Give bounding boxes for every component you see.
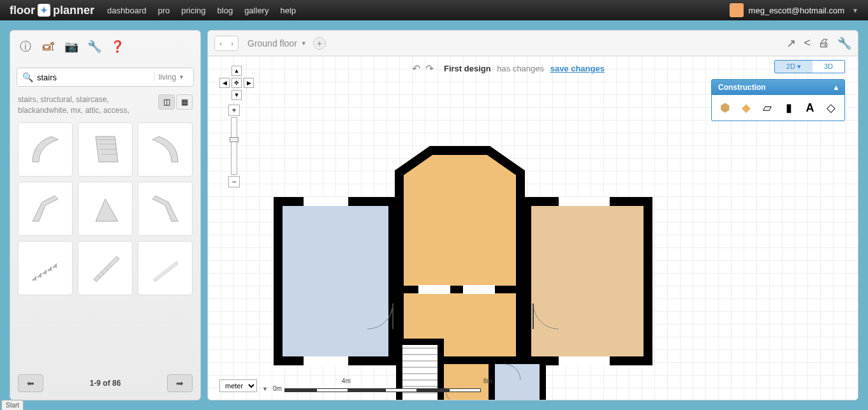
zoom-out-button[interactable]: − (228, 176, 240, 187)
user-menu[interactable]: meg_escott@hotmail.com ▼ (730, 3, 858, 17)
room-tool[interactable]: ⬢ (716, 99, 734, 117)
view-2d-button[interactable]: 2D ▾ (775, 61, 813, 73)
search-input[interactable] (37, 73, 152, 82)
search-box: 🔍 living ▼ (17, 68, 194, 87)
pager-next-button[interactable]: ➡ (167, 374, 193, 392)
svg-rect-20 (463, 285, 495, 294)
nav-gallery[interactable]: gallery (244, 6, 268, 15)
pan-left-button[interactable]: ◀ (219, 78, 230, 88)
wall-tool[interactable]: ▱ (758, 99, 776, 117)
stair-item-2[interactable] (78, 122, 133, 177)
changes-text: has changes (497, 64, 544, 73)
user-email: meg_escott@hotmail.com (749, 6, 844, 15)
view-toggle: 2D ▾ 3D (774, 60, 845, 73)
view-grid-button[interactable]: ▦ (176, 94, 193, 110)
view-3d-button[interactable]: ◫ (158, 94, 175, 110)
stair-item-5[interactable] (78, 182, 133, 236)
zoom-in-button[interactable]: + (228, 105, 240, 116)
items-grid (10, 122, 200, 367)
nav-blog[interactable]: blog (217, 6, 233, 15)
text-tool[interactable]: A (801, 99, 819, 117)
door-tool[interactable]: ▮ (780, 99, 798, 117)
nav-help[interactable]: help (280, 6, 296, 15)
furniture-icon[interactable]: 🛋 (40, 38, 57, 55)
pan-right-button[interactable]: ▶ (244, 78, 254, 88)
svg-rect-19 (418, 285, 450, 294)
search-filter[interactable]: living ▼ (154, 73, 188, 82)
logo-text-right: planner (53, 4, 94, 17)
svg-marker-1 (399, 150, 520, 361)
stair-item-8[interactable] (78, 241, 133, 295)
pan-control: ▲ ▼ ◀ ▶ ✥ (219, 66, 254, 100)
settings-icon[interactable]: 🔧 (837, 36, 851, 50)
logo-icon: ✦ (38, 4, 50, 17)
svg-rect-17 (304, 197, 348, 206)
construction-panel: Construction ▴ ⬢ ◆ ▱ ▮ A ◇ (711, 79, 845, 121)
stair-item-4[interactable] (18, 182, 73, 236)
logo-text-left: floor (10, 4, 35, 17)
svg-rect-13 (492, 361, 543, 400)
pan-up-button[interactable]: ▲ (232, 66, 242, 76)
sidebar: ⓘ 🛋 📷 🔧 ❓ 🔍 living ▼ stairs, structural,… (10, 30, 201, 400)
design-name: First design (444, 64, 491, 73)
canvas-area: ‹ › Ground floor ▼ + ↗ < 🖨 🔧 ↶ ↷ First (207, 30, 858, 400)
next-floor-button[interactable]: › (226, 36, 238, 50)
print-icon[interactable]: 🖨 (818, 36, 830, 50)
construction-header[interactable]: Construction ▴ (712, 80, 844, 95)
avatar (730, 3, 744, 17)
chevron-down-icon: ▼ (179, 74, 184, 80)
stair-item-3[interactable] (138, 122, 193, 177)
canvas-toolbar: ‹ › Ground floor ▼ + ↗ < 🖨 🔧 (208, 31, 858, 56)
camera-icon[interactable]: 📷 (63, 38, 80, 55)
pager: ⬅ 1-9 of 86 ➡ (10, 367, 200, 400)
stair-item-1[interactable] (18, 122, 73, 177)
add-floor-button[interactable]: + (313, 37, 326, 50)
view-3d-button[interactable]: 3D (813, 61, 844, 73)
tools-icon[interactable]: 🔧 (85, 38, 103, 55)
redo-icon[interactable]: ↷ (425, 62, 434, 75)
app-header: floor ✦ planner dashboard pro pricing bl… (0, 0, 868, 20)
svg-rect-2 (527, 201, 648, 361)
chevron-down-icon: ▼ (262, 386, 268, 392)
pager-text: 1-9 of 86 (90, 379, 121, 388)
nav-pricing[interactable]: pricing (181, 6, 205, 15)
zoom-slider[interactable] (231, 117, 237, 175)
stair-item-6[interactable] (138, 182, 193, 236)
search-tags: stairs, structural, staircase, blackandw… (18, 94, 158, 116)
unit-select[interactable]: meter (219, 379, 257, 392)
scale-bar: meter ▼ 0m 4m 8m (219, 379, 495, 392)
floor-plan[interactable] (265, 112, 661, 400)
undo-icon[interactable]: ↶ (412, 62, 420, 75)
floor-tool[interactable]: ◆ (737, 99, 755, 117)
svg-rect-21 (559, 197, 610, 206)
pan-center-button[interactable]: ✥ (232, 78, 242, 88)
chevron-down-icon: ▼ (301, 40, 307, 47)
search-icon: 🔍 (22, 72, 33, 82)
start-tab[interactable]: Start (1, 400, 24, 410)
design-status: First design has changes save changes (444, 64, 605, 73)
canvas[interactable]: ↶ ↷ First design has changes save change… (208, 56, 858, 400)
nav-pro[interactable]: pro (158, 6, 170, 15)
svg-rect-0 (278, 201, 393, 361)
prev-floor-button[interactable]: ‹ (215, 36, 226, 50)
nav-dashboard[interactable]: dashboard (107, 6, 146, 15)
save-changes-link[interactable]: save changes (550, 64, 605, 73)
chevron-down-icon: ▼ (852, 7, 858, 14)
share-icon[interactable]: < (804, 36, 811, 50)
export-icon[interactable]: ↗ (786, 36, 796, 50)
surface-tool[interactable]: ◇ (822, 99, 840, 117)
svg-rect-18 (304, 356, 348, 365)
logo[interactable]: floor ✦ planner (10, 4, 94, 17)
info-icon[interactable]: ⓘ (17, 38, 34, 55)
pan-down-button[interactable]: ▼ (232, 90, 242, 100)
sidebar-toolbar: ⓘ 🛋 📷 🔧 ❓ (10, 31, 200, 62)
zoom-control: + − (228, 105, 240, 189)
collapse-icon: ▴ (834, 83, 838, 92)
pager-prev-button[interactable]: ⬅ (18, 374, 43, 392)
floor-selector[interactable]: Ground floor ▼ (247, 38, 307, 48)
nav-links: dashboard pro pricing blog gallery help (107, 6, 296, 15)
stair-item-9[interactable] (138, 241, 193, 295)
svg-rect-22 (559, 356, 610, 365)
stair-item-7[interactable] (18, 241, 73, 295)
help-icon[interactable]: ❓ (108, 38, 126, 55)
